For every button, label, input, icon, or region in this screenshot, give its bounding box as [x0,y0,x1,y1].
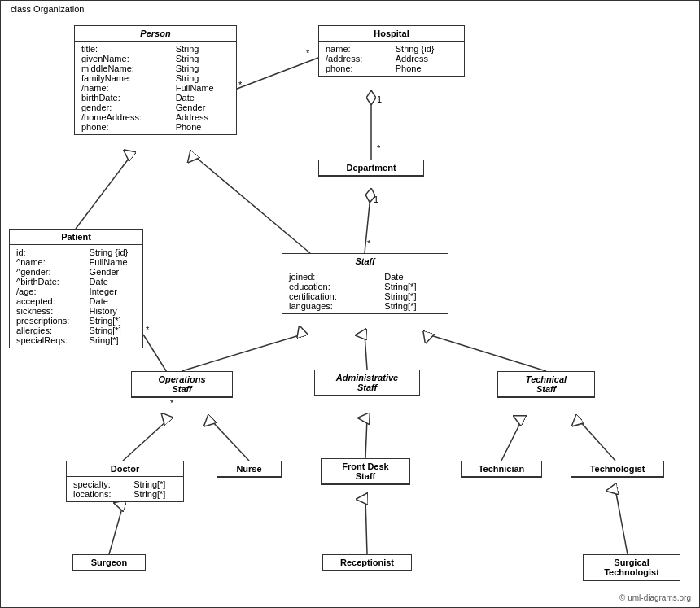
operations-staff-class: Operations Staff [131,371,233,398]
nurse-class: Nurse [217,461,282,478]
doctor-class: Doctor specialty:String[*] locations:Str… [66,461,184,502]
front-desk-staff-class: Front Desk Staff [321,458,410,485]
copyright: © uml-diagrams.org [619,593,691,602]
svg-text:*: * [238,80,243,90]
svg-text:*: * [146,325,150,335]
diagram-container: class Organization * * 1 * 1 * [0,0,700,608]
patient-body: id:String {id} ^name:FullName ^gender:Ge… [10,245,142,348]
operations-staff-header: Operations Staff [132,372,232,397]
administrative-staff-header: Administrative Staff [315,370,419,396]
technician-header: Technician [462,461,541,477]
person-class: Person title:String givenName:String mid… [74,25,237,135]
diagram-title: class Organization [7,4,88,14]
surgeon-header: Surgeon [73,555,145,571]
receptionist-class: Receptionist [322,554,412,571]
doctor-body: specialty:String[*] locations:String[*] [67,477,183,501]
svg-line-27 [615,489,628,554]
patient-header: Patient [10,230,142,245]
department-class: Department [318,160,424,177]
svg-text:*: * [170,398,174,408]
surgical-technologist-class: Surgical Technologist [583,554,680,581]
hospital-class: Hospital name:String {id} /address:Addre… [318,25,465,77]
surgical-technologist-header: Surgical Technologist [584,555,680,580]
technologist-class: Technologist [571,461,664,478]
svg-line-26 [365,499,367,554]
receptionist-header: Receptionist [323,555,411,571]
nurse-header: Nurse [217,461,281,477]
surgeon-class: Surgeon [72,554,146,571]
svg-line-20 [123,420,168,461]
administrative-staff-class: Administrative Staff [314,370,420,396]
svg-line-24 [579,420,615,461]
staff-class: Staff joined:Date education:String[*] ce… [282,253,448,314]
technical-staff-class: Technical Staff [497,371,595,398]
svg-line-12 [76,155,131,229]
technical-staff-header: Technical Staff [498,372,594,397]
hospital-header: Hospital [319,26,464,42]
svg-line-18 [365,335,367,370]
svg-line-13 [194,155,310,253]
svg-text:*: * [306,48,310,58]
svg-text:*: * [367,238,371,248]
svg-line-22 [365,418,367,458]
patient-class: Patient id:String {id} ^name:FullName ^g… [9,229,143,348]
svg-line-9 [365,188,371,253]
front-desk-staff-header: Front Desk Staff [322,459,409,484]
person-header: Person [75,26,236,42]
hospital-body: name:String {id} /address:Address phone:… [319,42,464,76]
svg-text:1: 1 [377,94,382,104]
svg-line-19 [428,335,546,371]
doctor-header: Doctor [67,461,183,477]
staff-body: joined:Date education:String[*] certific… [282,269,448,313]
svg-line-25 [109,505,123,554]
svg-line-3 [233,58,318,90]
technician-class: Technician [461,461,542,478]
svg-text:*: * [377,143,381,153]
svg-text:1: 1 [374,195,378,204]
department-header: Department [319,160,423,176]
staff-header: Staff [282,254,448,269]
svg-line-21 [211,420,249,461]
technologist-header: Technologist [571,461,663,477]
svg-line-23 [501,420,522,461]
svg-line-17 [182,335,302,371]
person-body: title:String givenName:String middleName… [75,42,236,134]
